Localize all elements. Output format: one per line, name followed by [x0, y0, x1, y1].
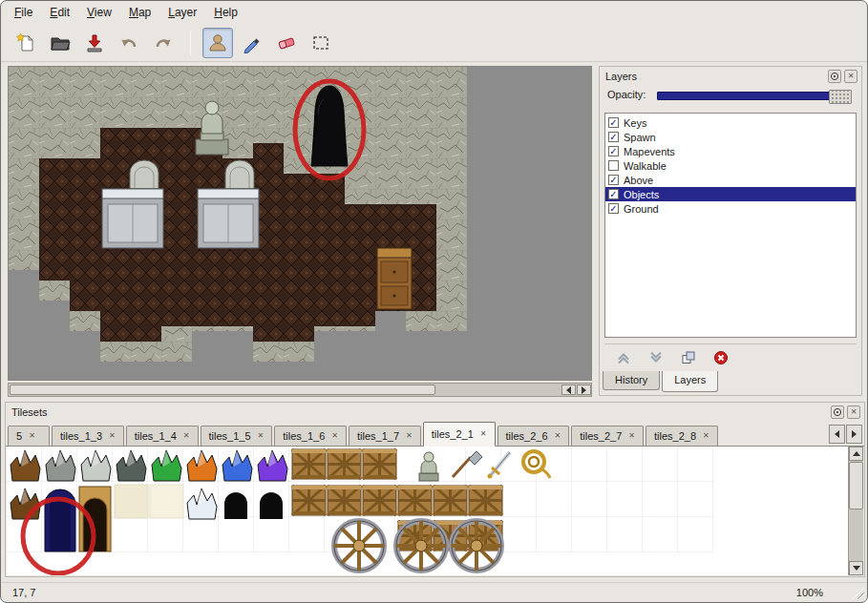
- redo-button[interactable]: [148, 28, 179, 58]
- close-tab-icon[interactable]: [628, 432, 635, 440]
- tileset-tab[interactable]: 5: [8, 426, 50, 446]
- map-canvas[interactable]: [9, 67, 591, 380]
- float-panel-button[interactable]: [828, 70, 841, 83]
- raise-layer-button[interactable]: [614, 348, 633, 367]
- scroll-left-button[interactable]: [561, 385, 576, 395]
- menu-layer[interactable]: Layer: [160, 3, 204, 22]
- save-button[interactable]: [79, 28, 110, 58]
- tile-wood-track[interactable]: [328, 486, 361, 515]
- layers-panel: Layers Opacity: Keys Spawn: [599, 66, 862, 396]
- map-editor-window: File Edit View Map Layer Help: [0, 0, 868, 603]
- tile-wood-track[interactable]: [363, 449, 396, 479]
- tileset-tab[interactable]: tiles_1_6: [274, 426, 347, 446]
- tile-pale-tile[interactable]: [115, 485, 148, 518]
- tileset-tab[interactable]: tiles_2_6: [498, 426, 570, 446]
- layer-visibility-checkbox[interactable]: [608, 132, 619, 142]
- layer-visibility-checkbox[interactable]: [608, 146, 619, 156]
- opacity-row: Opacity:: [600, 84, 861, 107]
- close-panel-button[interactable]: [844, 70, 857, 83]
- tab-layers[interactable]: Layers: [662, 371, 718, 392]
- tile-wood-track[interactable]: [434, 486, 467, 515]
- menu-file[interactable]: File: [7, 3, 40, 22]
- map-viewport[interactable]: [8, 66, 592, 381]
- select-tool-button[interactable]: [306, 28, 336, 58]
- open-button[interactable]: [45, 28, 75, 58]
- opacity-slider[interactable]: [657, 92, 852, 100]
- new-button[interactable]: [11, 28, 41, 58]
- tile-wood-track[interactable]: [398, 486, 432, 515]
- eraser-tool-button[interactable]: [271, 28, 302, 58]
- tile-wood-track[interactable]: [292, 486, 326, 515]
- tile-wagon-wheel[interactable]: [396, 521, 446, 571]
- layer-row[interactable]: Spawn: [605, 130, 856, 144]
- menu-edit[interactable]: Edit: [42, 3, 77, 22]
- layer-visibility-checkbox[interactable]: [608, 175, 619, 185]
- close-tab-icon[interactable]: [183, 432, 190, 440]
- eraser-icon: [276, 32, 297, 53]
- layer-row[interactable]: Walkable: [605, 158, 856, 173]
- close-tab-icon[interactable]: [406, 432, 413, 440]
- undo-button[interactable]: [114, 28, 144, 58]
- tileset-tab[interactable]: tiles_1_5: [201, 426, 273, 446]
- tileset-tab[interactable]: tiles_1_3: [52, 426, 124, 446]
- close-tab-icon[interactable]: [480, 430, 487, 438]
- close-tab-icon[interactable]: [555, 432, 561, 440]
- scroll-down-button[interactable]: [849, 561, 863, 575]
- layer-visibility-checkbox[interactable]: [608, 203, 619, 214]
- stamp-tool-button[interactable]: [202, 28, 233, 58]
- tile-wagon-wheel[interactable]: [452, 521, 501, 571]
- menu-view[interactable]: View: [79, 3, 119, 22]
- close-panel-button[interactable]: [847, 405, 860, 419]
- delete-layer-button[interactable]: [711, 348, 730, 367]
- tileset-tab[interactable]: tiles_2_7: [571, 426, 644, 446]
- vscroll-thumb[interactable]: [849, 462, 863, 509]
- layer-row[interactable]: Above: [605, 173, 856, 187]
- map-horizontal-scrollbar[interactable]: [8, 383, 592, 397]
- tileset-tiles[interactable]: [7, 447, 834, 575]
- menu-map[interactable]: Map: [121, 3, 159, 22]
- resize-grip[interactable]: [852, 587, 864, 599]
- tileset-tab[interactable]: tiles_1_7: [349, 426, 421, 446]
- tileset-tab[interactable]: tiles_1_4: [126, 426, 199, 446]
- tile-cave-arch[interactable]: [260, 492, 283, 519]
- layer-row[interactable]: Keys: [605, 115, 856, 130]
- close-tab-icon[interactable]: [331, 432, 338, 440]
- duplicate-layer-button[interactable]: [679, 348, 698, 367]
- scroll-up-button[interactable]: [849, 447, 863, 461]
- layer-visibility-checkbox[interactable]: [608, 117, 619, 128]
- menu-help[interactable]: Help: [206, 3, 245, 22]
- stamp-tool-icon: [207, 32, 228, 53]
- tile-wagon-wheel[interactable]: [334, 521, 384, 571]
- draw-tool-button[interactable]: [237, 28, 267, 58]
- tileset-canvas[interactable]: [7, 447, 848, 575]
- tabs-scroll-right-button[interactable]: [846, 425, 862, 444]
- hscroll-thumb[interactable]: [10, 385, 435, 395]
- lower-layer-button[interactable]: [646, 348, 666, 367]
- tile-wood-track[interactable]: [363, 486, 396, 515]
- tile-wood-track[interactable]: [469, 486, 502, 515]
- opacity-slider-handle[interactable]: [829, 90, 852, 104]
- layer-visibility-checkbox[interactable]: [608, 160, 619, 171]
- tab-history[interactable]: History: [603, 371, 660, 390]
- layers-panel-title: Layers: [605, 71, 825, 82]
- layer-row[interactable]: Mapevents: [605, 144, 856, 158]
- tile-cave-arch[interactable]: [224, 492, 247, 519]
- tile-pale-tile[interactable]: [150, 485, 183, 518]
- layer-list[interactable]: Keys Spawn Mapevents Walkable Above Obje…: [604, 113, 857, 338]
- layer-row[interactable]: Ground: [605, 201, 856, 216]
- close-tab-icon[interactable]: [109, 432, 116, 440]
- close-tab-icon[interactable]: [29, 432, 35, 440]
- tile-wood-track[interactable]: [292, 449, 326, 479]
- float-panel-button[interactable]: [831, 405, 844, 419]
- tileset-tab[interactable]: tiles_2_8: [646, 426, 718, 446]
- tabs-scroll-left-button[interactable]: [829, 425, 845, 444]
- layer-visibility-checkbox[interactable]: [608, 189, 619, 199]
- close-tab-icon[interactable]: [258, 432, 265, 440]
- tileset-vertical-scrollbar[interactable]: [848, 447, 863, 575]
- scroll-right-button[interactable]: [577, 385, 591, 395]
- tile-wood-track[interactable]: [328, 449, 361, 479]
- close-tab-icon[interactable]: [703, 432, 709, 440]
- tileset-tab-active[interactable]: tiles_2_1: [423, 422, 496, 447]
- layer-row-selected[interactable]: Objects: [605, 187, 856, 201]
- layer-label: Walkable: [624, 160, 667, 172]
